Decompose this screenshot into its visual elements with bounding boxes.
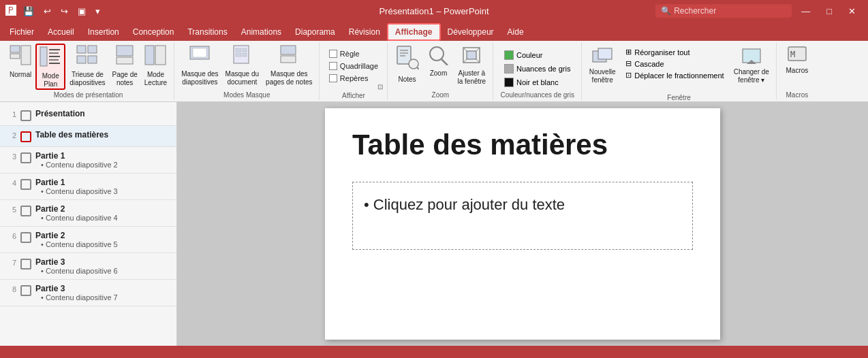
nouvelle-fenetre-button[interactable]: Nouvellefenêtre <box>586 46 619 93</box>
tab-transitions[interactable]: Transitions <box>181 23 234 41</box>
page-notes-icon <box>114 45 136 69</box>
slide-subtitle: • Contenu diapositive 4 <box>35 214 171 222</box>
normal-label: Normal <box>10 71 31 79</box>
group-macros-label: Macros <box>781 91 813 99</box>
svg-rect-14 <box>117 57 133 64</box>
reperes-checkbox[interactable]: Repères <box>328 74 370 83</box>
macros-label: Macros <box>786 67 809 75</box>
svg-rect-37 <box>598 48 612 59</box>
slide-icon <box>20 232 31 243</box>
masque-diapositives-icon <box>189 45 211 69</box>
trieuse-button[interactable]: Trieuse dediapositives <box>67 44 108 90</box>
qat-dropdown-button[interactable]: ▾ <box>93 5 103 18</box>
svg-rect-27 <box>400 50 408 51</box>
svg-rect-22 <box>236 53 241 56</box>
undo-button[interactable]: ↩ <box>41 5 54 18</box>
list-item[interactable]: 3 Partie 1 • Contenu diapositive 2 <box>0 147 176 174</box>
normal-button[interactable]: Normal <box>7 44 34 90</box>
close-button[interactable]: ✕ <box>841 3 863 19</box>
slide-number: 1 <box>5 110 16 118</box>
svg-rect-28 <box>400 52 408 54</box>
cascade-button[interactable]: ⊟ Cascade <box>623 58 726 69</box>
group-macros-content: M Macros <box>784 44 811 90</box>
status-bar <box>0 346 868 358</box>
page-notes-button[interactable]: Page denotes <box>110 44 140 90</box>
reorganiser-tout-label: Réorganiser tout <box>634 48 689 56</box>
zoom-button[interactable]: Zoom <box>424 44 452 90</box>
slide-title: Présentation <box>35 109 171 118</box>
slide-item-content: Partie 2 • Contenu diapositive 5 <box>35 231 171 248</box>
ajuster-fenetre-button[interactable]: Ajuster àla fenêtre <box>454 44 489 90</box>
list-item[interactable]: 2 Table des matières <box>0 126 176 147</box>
quadrillage-checkbox[interactable]: Quadrillage <box>328 61 379 71</box>
tab-affichage[interactable]: Affichage <box>387 23 441 41</box>
tab-fichier[interactable]: Fichier <box>3 23 41 41</box>
trieuse-label: Trieuse dediapositives <box>69 71 105 87</box>
group-modes-presentation-content: Normal ModePlan Trieuse dediapositives <box>7 44 170 90</box>
list-item[interactable]: 5 Partie 2 • Contenu diapositive 4 <box>0 200 176 227</box>
svg-rect-18 <box>193 48 206 57</box>
tab-aide[interactable]: Aide <box>501 23 531 41</box>
slide-title: Partie 1 <box>35 178 171 187</box>
slide-text-placeholder[interactable]: • Cliquez pour ajouter du texte <box>352 182 693 250</box>
mode-lecture-button[interactable]: ModeLecture <box>142 44 170 90</box>
svg-rect-0 <box>10 46 20 52</box>
tab-animations[interactable]: Animations <box>234 23 288 41</box>
svg-rect-12 <box>88 56 97 63</box>
masque-diapositives-button[interactable]: Masque desdiapositives <box>179 44 221 90</box>
group-fenetre-label: Fenêtre <box>586 94 772 101</box>
search-icon: 🔍 <box>661 6 671 16</box>
mode-plan-label: ModePlan <box>42 72 59 88</box>
search-input[interactable] <box>674 6 783 16</box>
svg-rect-21 <box>243 48 247 52</box>
deplacer-fractionnement-button[interactable]: ⊡ Déplacer le fractionnement <box>623 69 726 81</box>
slide-subtitle: • Contenu diapositive 5 <box>35 240 171 248</box>
tab-accueil[interactable]: Accueil <box>41 23 81 41</box>
masque-document-button[interactable]: Masque dudocument <box>223 44 262 90</box>
afficher-expand-icon[interactable]: ⊡ <box>377 83 383 91</box>
nuances-gris-button[interactable]: Nuances de gris <box>501 63 574 75</box>
group-zoom-label: Zoom <box>392 91 489 99</box>
slide-icon <box>20 110 31 121</box>
reorganiser-tout-button[interactable]: ⊞ Réorganiser tout <box>623 46 726 58</box>
tab-conception[interactable]: Conception <box>126 23 181 41</box>
notes-button[interactable]: Notes <box>392 44 422 90</box>
slide-item-content: Partie 3 • Contenu diapositive 7 <box>35 284 171 302</box>
reperes-checkbox-box <box>329 74 337 82</box>
macros-button[interactable]: M Macros <box>784 44 811 90</box>
tab-developpeur[interactable]: Développeur <box>441 23 501 41</box>
tab-revision[interactable]: Révision <box>342 23 387 41</box>
regle-checkbox[interactable]: Règle <box>328 49 361 59</box>
list-item[interactable]: 1 Présentation <box>0 105 176 126</box>
noir-blanc-button[interactable]: Noir et blanc <box>501 76 574 88</box>
list-item[interactable]: 7 Partie 3 • Contenu diapositive 6 <box>0 253 176 280</box>
minimize-button[interactable]: — <box>794 3 817 19</box>
masque-pages-notes-button[interactable]: Masque despages de notes <box>263 44 315 90</box>
save-button[interactable]: 💾 <box>20 5 37 18</box>
list-item[interactable]: 8 Partie 3 • Contenu diapositive 7 <box>0 280 176 306</box>
title-bar: 🅿 💾 ↩ ↪ ▣ ▾ Présentation1 – PowerPoint 🔍… <box>0 0 868 22</box>
slide-icon <box>20 131 31 142</box>
notes-icon <box>394 45 419 74</box>
redo-button[interactable]: ↪ <box>58 5 71 18</box>
svg-rect-23 <box>243 53 247 56</box>
slide-title: Partie 2 <box>35 204 171 214</box>
reorganiser-tout-icon: ⊞ <box>625 48 632 56</box>
quadrillage-checkbox-box <box>329 62 337 70</box>
mode-plan-button[interactable]: ModePlan <box>35 44 65 90</box>
regle-checkbox-box <box>329 50 337 58</box>
search-box[interactable]: 🔍 <box>655 4 792 18</box>
slide-item-content: Partie 1 • Contenu diapositive 2 <box>35 151 171 169</box>
changer-fenetre-button[interactable]: Changer defenêtre ▾ <box>731 46 772 93</box>
maximize-button[interactable]: □ <box>820 3 839 19</box>
macros-icon: M <box>786 45 808 67</box>
list-item[interactable]: 6 Partie 2 • Contenu diapositive 5 <box>0 227 176 253</box>
svg-rect-9 <box>77 46 86 53</box>
list-item[interactable]: 4 Partie 1 • Contenu diapositive 3 <box>0 174 176 200</box>
tab-insertion[interactable]: Insertion <box>81 23 126 41</box>
group-couleur-content: Couleur Nuances de gris Noir et blanc <box>501 48 574 90</box>
couleur-button[interactable]: Couleur <box>501 49 574 61</box>
group-fenetre-content: Nouvellefenêtre ⊞ Réorganiser tout ⊟ Cas… <box>586 46 772 93</box>
tab-diaporama[interactable]: Diaporama <box>288 23 342 41</box>
present-button[interactable]: ▣ <box>75 5 89 18</box>
